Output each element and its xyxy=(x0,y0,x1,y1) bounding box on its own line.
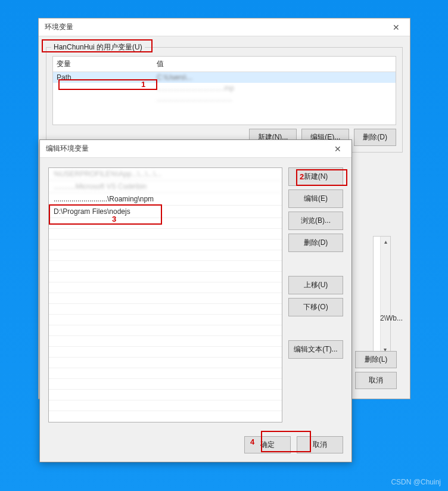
user-vars-table[interactable]: 变量 值 Path C:\Users\... .................… xyxy=(52,56,396,125)
close-icon[interactable]: ✕ xyxy=(324,140,351,158)
user-vars-legend: HanChunHui 的用户变量(U) xyxy=(51,42,145,52)
cell-val: ..................................mp xyxy=(153,84,396,92)
scroll-track[interactable] xyxy=(380,247,390,344)
close-icon[interactable]: ✕ xyxy=(382,18,410,36)
watermark: CSDN @Chuinj xyxy=(391,478,441,486)
table-row[interactable]: Path C:\Users\... xyxy=(53,72,396,83)
system-list-item[interactable]: 2\Wb... xyxy=(380,314,403,322)
edittext-button[interactable]: 编辑文本(T)... xyxy=(288,340,343,359)
cell-var xyxy=(53,95,153,103)
table-row[interactable]: ...................................... xyxy=(53,94,396,104)
edit-button[interactable]: 编辑(E) xyxy=(288,189,343,208)
annotation-2: 2 xyxy=(300,172,304,181)
system-vars-list[interactable]: ▴ ▾ xyxy=(373,236,391,355)
user-vars-group: HanChunHui 的用户变量(U) 变量 值 Path C:\Users\.… xyxy=(46,47,403,153)
table-body: Path C:\Users\... ......................… xyxy=(53,72,396,125)
cell-var: Path xyxy=(53,73,153,82)
list-item-nodejs[interactable]: D:\Program Files\nodejs xyxy=(49,206,282,218)
browse-button[interactable]: 浏览(B)... xyxy=(288,212,343,230)
delete-user-var-button[interactable]: 删除(D) xyxy=(354,129,396,146)
table-row[interactable]: ..................................mp xyxy=(53,83,396,94)
edit-env-var-dialog: 编辑环境变量 ✕ %USERPROFILE%\App...\...\...\..… xyxy=(39,139,352,462)
dialog2-titlebar[interactable]: 编辑环境变量 ✕ xyxy=(40,140,351,158)
dialog1-cancel-button[interactable]: 取消 xyxy=(355,372,397,389)
dialog2-body: %USERPROFILE%\App...\...\...\... .......… xyxy=(40,158,351,431)
moveup-button[interactable]: 上移(U) xyxy=(288,276,343,294)
dialog2-title: 编辑环境变量 xyxy=(46,144,89,154)
table-header: 变量 值 xyxy=(53,57,396,72)
path-listbox[interactable]: %USERPROFILE%\App...\...\...\... .......… xyxy=(48,167,282,422)
movedown-button[interactable]: 下移(O) xyxy=(288,298,343,316)
delete-sys-var-button[interactable]: 删除(L) xyxy=(355,351,397,368)
dialog1-title: 环境变量 xyxy=(45,22,73,32)
list-item[interactable]: ...........................\Roaming\npm xyxy=(49,193,282,206)
delete-button[interactable]: 删除(D) xyxy=(288,234,343,252)
list-item[interactable]: %USERPROFILE%\App...\...\...\... xyxy=(49,168,282,181)
empty-rows xyxy=(49,218,282,422)
dialog1-bottom-buttons: 取消 xyxy=(355,372,397,389)
dialog2-side-buttons: 新建(N) 编辑(E) 浏览(B)... 删除(D) 上移(U) 下移(O) 编… xyxy=(288,167,343,422)
cell-val: ...................................... xyxy=(153,95,396,103)
system-vars-buttons: 删除(L) xyxy=(355,351,397,368)
annotation-3: 3 xyxy=(112,215,116,223)
new-button[interactable]: 新建(N) xyxy=(288,167,343,186)
cancel-button[interactable]: 取消 xyxy=(297,436,343,453)
cell-var xyxy=(53,84,153,92)
scrollbar[interactable]: ▴ ▾ xyxy=(380,237,390,355)
col-variable: 变量 xyxy=(53,59,153,69)
col-value: 值 xyxy=(153,59,396,69)
dialog2-bottom-buttons: 确定 取消 xyxy=(244,436,343,453)
annotation-1: 1 xyxy=(141,80,145,89)
cell-val: C:\Users\... xyxy=(153,73,396,82)
scroll-up-icon[interactable]: ▴ xyxy=(381,237,390,247)
list-item[interactable]: ...........Microsoft VS Code\bin xyxy=(49,181,282,193)
annotation-4: 4 xyxy=(250,437,254,446)
dialog1-titlebar[interactable]: 环境变量 ✕ xyxy=(39,18,410,36)
